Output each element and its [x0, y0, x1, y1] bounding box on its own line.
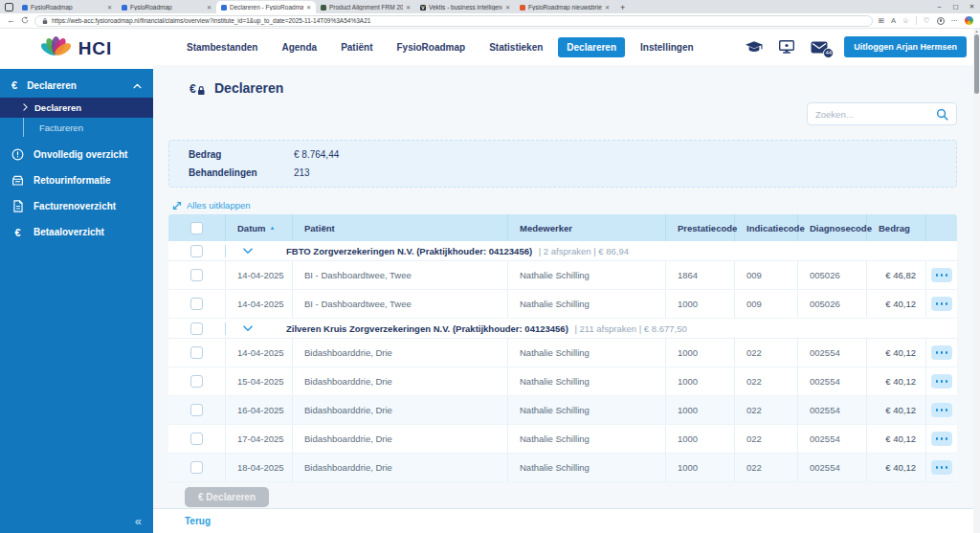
euro-lock-icon: €: [189, 81, 206, 96]
expand-all-link[interactable]: Alles uitklappen: [172, 200, 251, 211]
cell-medewerker: Nathalie Schilling: [508, 367, 666, 395]
sidebar-item-declareren[interactable]: Declareren: [0, 98, 153, 118]
search-input[interactable]: [815, 109, 932, 120]
tab-close-icon[interactable]: ✕: [306, 4, 311, 11]
cell-medewerker: Nathalie Schilling: [508, 290, 666, 318]
cell-prestatiecode: 1000: [666, 339, 735, 366]
back-icon[interactable]: ←: [7, 16, 15, 25]
sidebar-item-facturenoverzicht[interactable]: Facturenoverzicht: [0, 194, 153, 218]
nav-item-agenda[interactable]: Agenda: [273, 37, 325, 57]
tab-title: FysioRoadmap: [130, 4, 204, 11]
table-body: FBTO Zorgverzekeringen N.V. (Praktijkhou…: [168, 241, 957, 482]
url-text: https://web-acc.fysioroadmap.nl/financia…: [52, 17, 370, 24]
sidebar-item-declareren-parent[interactable]: € Declareren: [0, 73, 153, 98]
split-screen-icon[interactable]: ⊞: [879, 16, 884, 25]
mail-icon[interactable]: 44: [811, 41, 828, 54]
row-actions-button[interactable]: [931, 297, 952, 311]
cell-diagnosecode: 002554: [798, 339, 867, 366]
lock-icon: [42, 17, 48, 25]
page-footer: Terug: [153, 508, 980, 533]
collections-icon[interactable]: ♡: [924, 16, 930, 25]
cell-diagnosecode: 002554: [798, 454, 867, 481]
row-actions-button[interactable]: [931, 268, 952, 282]
row-checkbox[interactable]: [190, 375, 203, 388]
claim-group-row[interactable]: Zilveren Kruis Zorgverzekeringen N.V. (P…: [168, 319, 957, 339]
logout-button[interactable]: Uitloggen Arjan Hermsen: [844, 36, 967, 57]
sidebar-item-label: Betaaloverzicht: [33, 227, 104, 237]
row-checkbox[interactable]: [190, 461, 203, 474]
row-checkbox[interactable]: [190, 269, 203, 281]
nav-item-stambestanden[interactable]: Stambestanden: [178, 37, 266, 57]
column-header-datum[interactable]: Datum▲: [226, 214, 293, 241]
chevron-down-icon[interactable]: [226, 248, 269, 255]
sidebar-item-onvolledig-overzicht[interactable]: Onvolledig overzicht: [0, 143, 153, 167]
browser-profile-icon[interactable]: [965, 16, 973, 25]
group-checkbox-cell: [168, 245, 226, 257]
close-window-button[interactable]: ✕: [964, 0, 980, 12]
scrollbar-up-arrow[interactable]: ▲: [973, 29, 980, 33]
sidebar-item-betaaloverzicht[interactable]: €Betaaloverzicht: [0, 220, 153, 244]
cell-prestatiecode: 1000: [666, 367, 735, 395]
sidebar-item-label: Onvolledig overzicht: [33, 149, 127, 160]
row-checkbox[interactable]: [190, 433, 203, 445]
group-checkbox[interactable]: [190, 245, 203, 257]
page-title: € Declareren: [189, 80, 283, 96]
browser-tab[interactable]: FysioRoadmap✕: [117, 1, 216, 13]
maximize-button[interactable]: ▢: [947, 0, 964, 12]
row-actions-button[interactable]: [931, 460, 952, 475]
browser-tab[interactable]: FysioRoadmap✕: [17, 1, 117, 13]
tab-close-icon[interactable]: ✕: [107, 4, 112, 11]
account-icon[interactable]: [937, 17, 945, 25]
row-checkbox[interactable]: [190, 404, 203, 416]
row-actions-button[interactable]: [931, 374, 952, 389]
screen: FysioRoadmap✕FysioRoadmap✕Declareren - F…: [0, 0, 980, 533]
bedrag-value: € 8.764,44: [294, 149, 339, 160]
sidebar-item-retourinformatie[interactable]: Retourinformatie: [0, 168, 153, 192]
browser-scrollbar[interactable]: ▲: [973, 29, 980, 533]
row-checkbox[interactable]: [190, 346, 203, 359]
sidebar-item-factureren[interactable]: Factureren: [23, 118, 153, 137]
more-menu-icon[interactable]: ⋯: [951, 16, 959, 25]
row-actions-button[interactable]: [931, 403, 952, 417]
group-checkbox[interactable]: [190, 322, 203, 335]
sort-asc-icon: ▲: [270, 225, 276, 231]
browser-tab[interactable]: VVektis - business intelligence cen...✕: [415, 1, 515, 13]
nav-item-instellingen[interactable]: Instellingen: [632, 37, 702, 57]
refresh-icon[interactable]: [21, 16, 29, 26]
row-actions-cell: [926, 339, 957, 366]
tab-close-icon[interactable]: ✕: [406, 4, 411, 11]
browser-tab[interactable]: FysioRoadmap nieuwsbrief | nov...✕: [515, 1, 614, 13]
workspace-icon[interactable]: [5, 3, 13, 11]
new-tab-button[interactable]: +: [620, 3, 625, 12]
nav-item-statistieken[interactable]: Statistieken: [480, 37, 551, 57]
read-aloud-icon[interactable]: A: [891, 16, 896, 25]
row-checkbox[interactable]: [190, 298, 203, 310]
back-link[interactable]: Terug: [185, 516, 211, 526]
nav-item-pati-nt[interactable]: Patiënt: [332, 37, 381, 57]
select-all-checkbox[interactable]: [190, 222, 203, 234]
tab-close-icon[interactable]: ✕: [505, 4, 510, 11]
column-header-diagnosecode: Diagnosecode: [798, 214, 867, 241]
graduation-cap-icon[interactable]: [746, 41, 763, 54]
address-bar[interactable]: https://web-acc.fysioroadmap.nl/financia…: [34, 15, 873, 27]
search-icon[interactable]: [936, 108, 948, 121]
row-actions-button[interactable]: [931, 432, 952, 446]
monitor-icon[interactable]: [779, 40, 794, 54]
scrollbar-thumb[interactable]: [974, 34, 979, 94]
nav-item-declareren[interactable]: Declareren: [558, 37, 625, 57]
claim-group-row[interactable]: FBTO Zorgverzekeringen N.V. (Praktijkhou…: [168, 241, 957, 261]
row-actions-button[interactable]: [931, 345, 952, 360]
minimize-button[interactable]: –: [931, 0, 947, 12]
claim-row: 15-04-2025Bidashboarddrie, DrieNathalie …: [168, 367, 957, 396]
tab-close-icon[interactable]: ✕: [207, 4, 212, 11]
tab-close-icon[interactable]: ✕: [605, 4, 610, 11]
favorites-star-icon[interactable]: ☆: [902, 16, 909, 25]
declare-button[interactable]: € Declareren: [185, 487, 269, 507]
cell-diagnosecode: 002554: [798, 396, 867, 424]
collapse-sidebar-icon[interactable]: «: [135, 514, 142, 528]
cell-datum: 15-04-2025: [226, 367, 293, 395]
browser-tab[interactable]: Product Alignment FRM 2025.xlsx✕: [316, 1, 415, 13]
nav-item-fysioroadmap[interactable]: FysioRoadmap: [388, 37, 474, 57]
browser-tab[interactable]: Declareren - FysioRoadmap✕: [216, 1, 316, 13]
chevron-down-icon[interactable]: [226, 325, 269, 332]
